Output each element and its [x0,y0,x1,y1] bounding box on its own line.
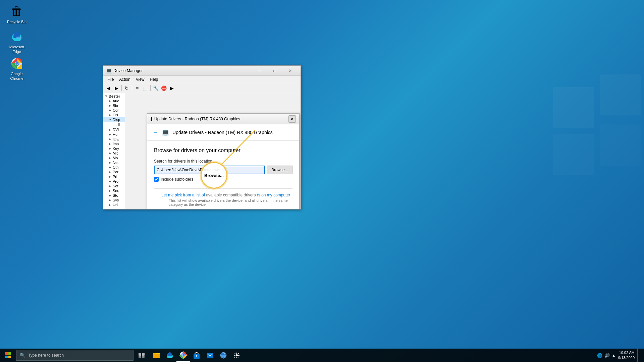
tree-root[interactable]: ▼ Bestei [103,94,125,99]
close-button[interactable]: ✕ [282,66,298,76]
device-manager-window: 💻 Device Manager ─ □ ✕ File Action View … [103,65,301,209]
update-drivers-icon: ℹ [151,116,152,122]
taskbar-clock[interactable]: 10:02 AM 9/13/2020 [618,350,635,361]
update-drivers-close[interactable]: ✕ [288,115,296,123]
show-desktop-button[interactable] [637,349,639,362]
toolbar-btn4[interactable]: ⬚ [142,84,149,92]
device-manager-titlebar: 💻 Device Manager ─ □ ✕ [103,66,301,76]
menu-help[interactable]: Help [147,76,161,82]
menu-file[interactable]: File [105,76,116,82]
desktop: 🗑 Recycle Bin Microsoft Edge [0,0,644,362]
tree-item-ide[interactable]: ▶ IDE [103,137,125,141]
svg-rect-0 [553,87,594,128]
windows-logo-decoration [550,67,644,201]
taskbar: 🔍 Type here to search [0,349,644,362]
svg-rect-17 [139,353,141,356]
dm-content: ▼ Bestei ▶ Auc ▶ Bio ▶ Cor ▶ Dis [103,93,301,209]
taskbar-search[interactable]: 🔍 Type here to search [16,350,133,361]
taskbar-mail[interactable] [203,349,217,362]
network-icon: 🌐 [597,353,602,358]
svg-rect-18 [142,353,145,356]
tree-item-cor[interactable]: ▶ Cor [103,108,125,113]
svg-rect-3 [600,125,641,165]
menu-view[interactable]: View [133,76,147,82]
svg-rect-1 [600,75,641,115]
taskbar-system-icons: 🌐 🔊 ▲ [597,353,615,358]
tree-item-por[interactable]: ▶ Por [103,170,125,174]
tree-item-hu[interactable]: ▶ Hu [103,132,125,137]
taskbar-store[interactable] [190,349,203,362]
tree-item-pro[interactable]: ▶ Pro [103,179,125,184]
toolbar-btn3[interactable]: ≡ [133,84,141,92]
tree-item-dvi[interactable]: ▶ DVI [103,127,125,132]
device-manager-title: Device Manager [113,68,252,73]
subfolders-label: Include subfolders [161,177,193,182]
start-button[interactable] [1,349,15,362]
toolbar-back[interactable]: ◀ [105,84,112,92]
taskbar-browser[interactable] [217,349,230,362]
tree-item-mo[interactable]: ▶ Mo [103,156,125,160]
dialog-back-button[interactable]: ← [153,129,158,135]
task-view-button[interactable] [135,349,148,362]
tree-item-ima[interactable]: ▶ Ima [103,141,125,146]
tree-item-dis[interactable]: ▶ Dis [103,113,125,117]
update-drivers-title: Update Drivers - Radeon (TM) RX 480 Grap… [154,117,288,121]
browse-button[interactable]: Browse... [267,166,292,174]
dialog-header-icon: 💻 [161,128,170,136]
tree-item-pri[interactable]: ▶ Pri [103,174,125,179]
tree-item-sys[interactable]: ▶ Sys [103,198,125,202]
svg-rect-19 [139,356,141,358]
battery-icon: ▲ [612,353,615,357]
tree-item-disp[interactable]: ▼ Disp [103,117,125,122]
include-subfolders-checkbox[interactable] [154,177,159,182]
svg-rect-29 [207,353,213,358]
toolbar: ◀ ▶ ↻ ≡ ⬚ 🔧 ⛔ ▶ [103,83,301,93]
toolbar-btn5[interactable]: 🔧 [152,84,159,92]
toolbar-btn7[interactable]: ▶ [168,84,175,92]
path-input[interactable] [154,166,265,174]
dialog-body: Browse for drivers on your computer Sear… [147,141,299,209]
taskbar-file-explorer[interactable] [150,349,163,362]
tree-item-uni[interactable]: ▶ Uni [103,202,125,207]
tree-item-display-device[interactable]: 🖥 [103,122,125,127]
toolbar-forward[interactable]: ▶ [113,84,120,92]
search-location-label: Search for drivers in this location: [154,159,292,164]
tree-item-sou[interactable]: ▶ Sou [103,188,125,193]
pick-link-row: → Let me pick from a list of available c… [154,193,292,206]
dialog-header-title: Update Drivers - Radeon (TM) RX 480 Grap… [172,130,273,135]
tree-item-mic[interactable]: ▶ Mic [103,151,125,156]
svg-rect-2 [553,134,594,175]
tree-item-oth[interactable]: ▶ Oth [103,165,125,170]
pick-link-arrow: → [154,193,159,198]
svg-point-11 [15,62,18,65]
taskbar-chrome[interactable] [176,349,190,362]
taskbar-edge[interactable] [163,349,176,362]
maximize-button[interactable]: □ [267,66,282,76]
device-tree-panel: ▼ Bestei ▶ Auc ▶ Bio ▶ Cor ▶ Dis [103,93,125,209]
tree-item-net[interactable]: ▶ Net [103,160,125,165]
svg-rect-20 [142,356,145,358]
toolbar-btn6[interactable]: ⛔ [160,84,167,92]
taskbar-settings[interactable] [230,349,244,362]
svg-rect-15 [5,356,8,358]
tree-item-sof[interactable]: ▶ Sof [103,184,125,188]
tree-item-auc[interactable]: ▶ Auc [103,99,125,103]
pick-desc: This list will show available drivers th… [161,198,292,206]
clock-time: 10:02 AM [618,350,635,355]
google-chrome-icon[interactable]: Google Chrome [3,55,30,82]
tree-item-bio[interactable]: ▶ Bio [103,103,125,108]
tree-item-key[interactable]: ▶ Key [103,146,125,151]
svg-point-27 [182,354,184,356]
toolbar-separator-3 [150,85,151,91]
toolbar-refresh[interactable]: ↻ [123,84,130,92]
menu-action[interactable]: Action [116,76,133,82]
recycle-bin-icon[interactable]: 🗑 Recycle Bin [3,3,30,25]
minimize-button[interactable]: ─ [252,66,267,76]
divider [154,188,292,189]
pick-link[interactable]: Let me pick from a list of available com… [161,193,290,197]
clock-date: 9/13/2020 [618,355,635,360]
device-manager-icon: 💻 [106,68,111,73]
microsoft-edge-icon[interactable]: Microsoft Edge [3,28,30,56]
tree-item-sto[interactable]: ▶ Sto [103,193,125,198]
svg-rect-14 [8,352,11,355]
